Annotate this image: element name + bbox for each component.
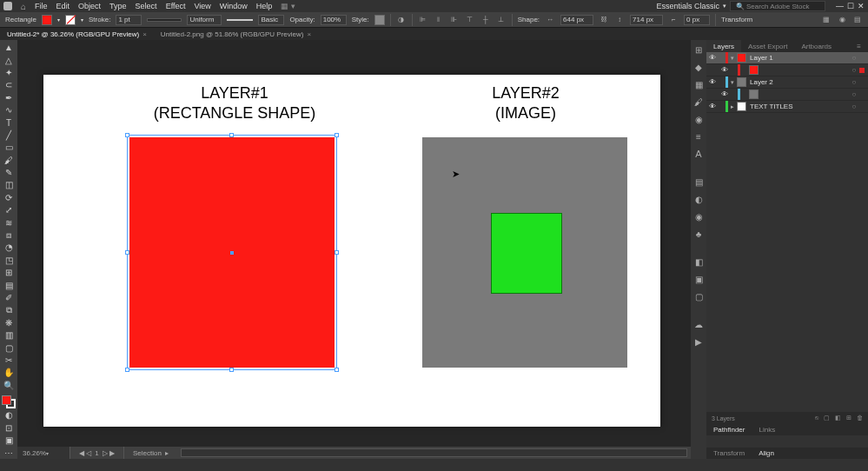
stroke-swatch[interactable] xyxy=(65,15,76,25)
resize-handle[interactable] xyxy=(335,368,339,372)
isolate-icon[interactable]: ▦ xyxy=(821,15,832,25)
artboard[interactable]: LAYER#1 (RECTANGLE SHAPE) LAYER#2 (IMAGE… xyxy=(43,75,660,427)
type-tool[interactable]: T xyxy=(2,116,16,128)
align-vcenter-icon[interactable]: ┼ xyxy=(480,15,491,25)
stroke-panel-icon[interactable]: ≡ xyxy=(692,130,705,143)
resize-handle[interactable] xyxy=(335,250,339,255)
tab-align[interactable]: Align xyxy=(752,448,781,459)
target-icon[interactable]: ○ xyxy=(849,78,859,86)
menu-object[interactable]: Object xyxy=(78,2,101,10)
panel-menu-icon[interactable]: ≡ xyxy=(850,40,868,52)
scale-tool[interactable]: ⤢ xyxy=(2,204,16,216)
menu-type[interactable]: Type xyxy=(109,2,127,10)
symbol-sprayer-tool[interactable]: ❋ xyxy=(2,317,16,328)
eyedropper-tool[interactable]: ✐ xyxy=(2,292,16,303)
corner-input[interactable] xyxy=(684,15,710,25)
align-bottom-icon[interactable]: ⊥ xyxy=(496,15,507,25)
expand-toggle[interactable]: ▾ xyxy=(728,79,737,86)
new-layer-icon[interactable]: ⊞ xyxy=(846,415,851,421)
swatches-panel-icon[interactable]: ▦ xyxy=(692,78,705,90)
slice-tool[interactable]: ✂ xyxy=(2,355,16,366)
symbols-panel-icon[interactable]: ◉ xyxy=(692,113,705,125)
close-icon[interactable]: × xyxy=(307,30,311,38)
asset-panel-icon[interactable]: ▣ xyxy=(692,273,705,285)
resize-handle[interactable] xyxy=(229,368,234,372)
layer-name[interactable]: TEXT TITLES xyxy=(750,103,849,110)
mesh-tool[interactable]: ⊞ xyxy=(2,267,16,278)
color-mode-icon[interactable]: ◐ xyxy=(2,409,16,421)
layer-row[interactable]: 👁○ xyxy=(706,89,868,101)
red-rectangle[interactable] xyxy=(129,137,335,368)
layer-row[interactable]: 👁▸TEXT TITLES○ xyxy=(706,101,868,113)
fill-swatch[interactable] xyxy=(42,15,52,25)
appearance-panel-icon[interactable]: ◉ xyxy=(692,210,705,222)
delete-layer-icon[interactable]: 🗑 xyxy=(857,415,863,421)
character-panel-icon[interactable]: A xyxy=(692,148,705,160)
maximize-icon[interactable]: ☐ xyxy=(847,2,854,10)
artboard-tool[interactable]: ▢ xyxy=(2,342,16,353)
menu-window[interactable]: Window xyxy=(220,2,248,10)
height-input[interactable] xyxy=(630,15,663,25)
artboard-nav[interactable]: ◀ ◁ 1 ▷ ▶ xyxy=(70,447,123,459)
target-icon[interactable]: ○ xyxy=(849,54,859,62)
selection-tool[interactable]: ▲ xyxy=(2,42,16,53)
libraries-icon[interactable]: ☁ xyxy=(692,318,705,330)
line-tool[interactable]: ╱ xyxy=(2,129,16,141)
minimize-icon[interactable]: — xyxy=(836,2,844,10)
menu-effect[interactable]: Effect xyxy=(166,2,186,10)
text-title-2[interactable]: LAYER#2 (IMAGE) xyxy=(417,83,634,123)
perspective-tool[interactable]: ◳ xyxy=(2,255,16,266)
locate-object-icon[interactable]: ⎋ xyxy=(815,415,818,421)
properties-icon[interactable]: ⊞ xyxy=(692,43,705,56)
menu-select[interactable]: Select xyxy=(136,2,157,10)
target-icon[interactable]: ○ xyxy=(849,103,859,110)
canvas[interactable]: LAYER#1 (RECTANGLE SHAPE) LAYER#2 (IMAGE… xyxy=(17,40,691,459)
free-transform-tool[interactable]: ⧈ xyxy=(2,229,16,241)
tab-links[interactable]: Links xyxy=(752,424,782,435)
graph-tool[interactable]: ▥ xyxy=(2,329,16,341)
more-icon[interactable]: ▤ xyxy=(852,15,863,25)
brushes-panel-icon[interactable]: 🖌 xyxy=(692,96,705,108)
expand-toggle[interactable]: ▸ xyxy=(728,103,737,110)
curvature-tool[interactable]: ∿ xyxy=(2,104,16,116)
magic-wand-tool[interactable]: ✦ xyxy=(2,67,16,78)
bridge-icon[interactable]: ▦ ▾ xyxy=(281,2,295,10)
workspace-switcher[interactable]: Essentials Classic xyxy=(656,2,719,10)
layer-row[interactable]: 👁▾Layer 1○ xyxy=(706,52,868,64)
link-wh-icon[interactable]: ⛓ xyxy=(599,15,609,25)
resize-handle[interactable] xyxy=(125,368,129,372)
lasso-tool[interactable]: ⊂ xyxy=(2,79,16,90)
align-left-icon[interactable]: ⊫ xyxy=(418,15,428,25)
rotate-tool[interactable]: ⟳ xyxy=(2,192,16,203)
pen-tool[interactable]: ✒ xyxy=(2,92,16,103)
angle-icon[interactable]: ◉ xyxy=(837,15,847,25)
transform-link[interactable]: Transform xyxy=(721,16,752,23)
layer-name[interactable]: Layer 1 xyxy=(750,54,849,62)
eraser-tool[interactable]: ◫ xyxy=(2,179,16,190)
menu-view[interactable]: View xyxy=(194,2,210,10)
visibility-toggle[interactable]: 👁 xyxy=(706,54,719,62)
fill-color[interactable] xyxy=(2,395,11,405)
layers-panel-icon[interactable]: ◧ xyxy=(692,255,705,268)
new-sublayer-icon[interactable]: ◧ xyxy=(835,415,841,421)
edit-toolbar-icon[interactable]: ⋯ xyxy=(2,447,16,458)
transparency-panel-icon[interactable]: ◐ xyxy=(692,193,705,205)
shaper-tool[interactable]: ✎ xyxy=(2,167,16,178)
style-swatch[interactable] xyxy=(374,15,385,25)
fill-stroke-swatch[interactable] xyxy=(2,395,16,408)
color-panel-icon[interactable]: ◆ xyxy=(692,61,705,73)
layer-row[interactable]: 👁▾Layer 2○ xyxy=(706,76,868,89)
search-input[interactable]: 🔍 Search Adobe Stock xyxy=(730,1,825,11)
menu-edit[interactable]: Edit xyxy=(56,2,70,10)
variable-width-input[interactable] xyxy=(187,15,222,25)
document-tab[interactable]: Untitled-2* @ 36.26% (RGB/GPU Preview) × xyxy=(0,28,154,40)
artboards-panel-icon[interactable]: ▢ xyxy=(692,290,705,302)
draw-mode-icon[interactable]: ⊡ xyxy=(2,422,16,434)
direct-selection-tool[interactable]: △ xyxy=(2,54,16,65)
menu-file[interactable]: File xyxy=(35,2,48,10)
visibility-toggle[interactable]: 👁 xyxy=(719,90,731,98)
brush-input[interactable] xyxy=(258,15,284,25)
tab-artboards[interactable]: Artboards xyxy=(794,40,838,52)
horizontal-scrollbar[interactable] xyxy=(181,448,687,457)
paintbrush-tool[interactable]: 🖌 xyxy=(2,155,16,166)
